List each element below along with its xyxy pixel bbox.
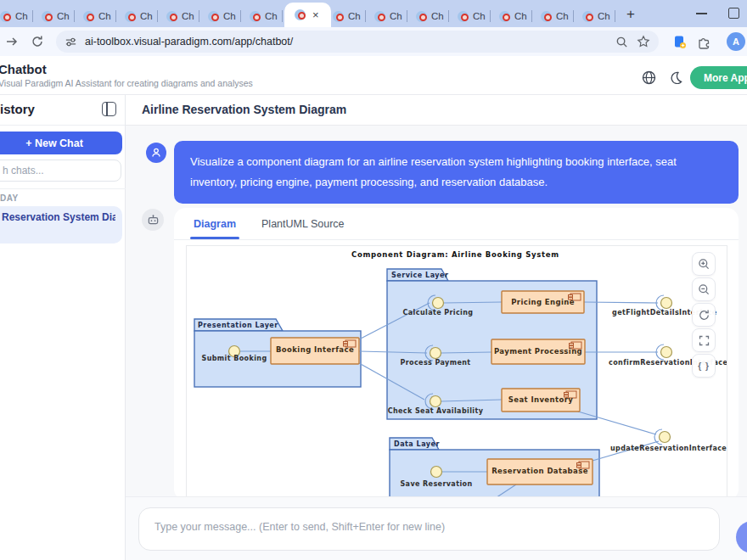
browser-tab-active[interactable]: × xyxy=(284,3,331,27)
tab-label: Ch xyxy=(556,11,569,21)
history-sidebar: istory + New Chat DAY e Reservation Syst… xyxy=(0,95,126,560)
package-service-layer: Service Layer xyxy=(391,272,448,279)
component-diagram-canvas xyxy=(187,246,727,496)
language-globe-icon[interactable] xyxy=(642,70,656,85)
port-calculate-pricing: Calculate Pricing xyxy=(396,309,480,316)
browser-tab[interactable]: Ch xyxy=(532,5,574,27)
browser-tab[interactable]: Ch xyxy=(0,5,33,27)
browser-tab[interactable]: Ch xyxy=(491,5,532,27)
tab-label: Ch xyxy=(348,11,361,21)
view-source-button[interactable]: { } xyxy=(692,354,716,378)
tab-favicon xyxy=(0,11,11,22)
browser-tab[interactable]: Ch xyxy=(158,5,199,27)
chat-history-item[interactable]: e Reservation System Dia... M xyxy=(0,206,122,244)
tab-favicon xyxy=(541,11,552,22)
tab-label: Ch xyxy=(98,11,111,21)
browser-tab[interactable]: Ch xyxy=(574,5,615,27)
browser-tab[interactable]: Ch xyxy=(75,5,116,27)
tab-label: Ch xyxy=(431,11,444,21)
tab-favicon xyxy=(166,11,177,22)
message-input-panel xyxy=(126,496,747,560)
package-presentation-layer: Presentation Layer xyxy=(198,322,278,329)
component-booking-interface: Booking Interface xyxy=(271,345,359,354)
browser-tab[interactable]: Ch xyxy=(449,5,491,27)
tab-plantuml-source[interactable]: PlantUML Source xyxy=(261,208,345,239)
browser-tab[interactable]: Ch xyxy=(116,5,158,27)
reset-view-button[interactable] xyxy=(692,303,716,327)
port-submit-booking: Submit Booking xyxy=(194,355,275,362)
component-pricing-engine: Pricing Engine xyxy=(502,298,584,306)
collapse-sidebar-icon[interactable] xyxy=(102,102,116,116)
zoom-page-icon[interactable] xyxy=(615,36,628,48)
url-text[interactable]: ai-toolbox.visual-paradigm.com/app/chatb… xyxy=(85,36,607,48)
tab-group-left: Ch Ch Ch Ch Ch Ch Ch xyxy=(0,0,283,27)
app-header: Chatbot Visual Paradigm AI Assistant for… xyxy=(0,56,747,95)
zoom-in-button[interactable] xyxy=(692,252,716,276)
chat-item-time: M xyxy=(0,226,115,235)
app-subtitle: Visual Paradigm AI Assistant for creatin… xyxy=(0,78,253,88)
forward-icon[interactable] xyxy=(5,35,19,48)
more-apps-button[interactable]: More Apps xyxy=(690,66,747,89)
component-seat-inventory: Seat Inventory xyxy=(502,395,580,404)
tab-favicon xyxy=(374,11,385,22)
tab-label: Ch xyxy=(182,11,194,21)
message-input[interactable] xyxy=(138,507,720,551)
tab-label: Ch xyxy=(15,11,28,21)
reload-icon[interactable] xyxy=(31,35,44,48)
browser-tab[interactable]: Ch xyxy=(366,5,407,27)
tab-favicon xyxy=(333,11,344,22)
port-save-reservation: Save Reservation xyxy=(394,480,479,488)
history-section-label: DAY xyxy=(0,193,19,203)
bot-avatar xyxy=(142,209,164,231)
user-message-bubble: Visualize a component diagram for an air… xyxy=(174,141,739,204)
save-to-google-icon[interactable] xyxy=(672,35,687,49)
tab-close-icon[interactable]: × xyxy=(312,9,319,20)
address-bar[interactable]: ai-toolbox.visual-paradigm.com/app/chatb… xyxy=(56,31,659,53)
diagram-viewport[interactable]: Component Diagram: Airline Booking Syste… xyxy=(186,245,727,496)
package-data-layer: Data Layer xyxy=(394,440,440,448)
tab-label: Ch xyxy=(223,11,236,21)
search-chats-input[interactable] xyxy=(0,160,121,182)
browser-tab[interactable]: Ch xyxy=(33,5,75,27)
browser-tab[interactable]: Ch xyxy=(199,5,241,27)
user-avatar xyxy=(146,143,166,163)
bookmark-star-icon[interactable] xyxy=(637,35,650,48)
component-payment-processing: Payment Processing xyxy=(491,347,585,356)
tab-favicon xyxy=(458,11,469,22)
chat-item-title: e Reservation System Dia... xyxy=(0,211,115,223)
window-minimize-button[interactable] xyxy=(696,13,707,14)
page-title: Airline Reservation System Diagram xyxy=(142,103,346,116)
tab-favicon xyxy=(416,11,427,22)
browser-tab[interactable]: Ch xyxy=(407,5,449,27)
port-process-payment: Process Payment xyxy=(397,359,474,367)
interface-update-reservation: updateReservationInterface xyxy=(610,445,717,452)
history-title: istory xyxy=(0,102,35,116)
extensions-puzzle-icon[interactable] xyxy=(697,35,711,49)
new-tab-button[interactable]: + xyxy=(621,4,641,25)
browser-toolbar: ai-toolbox.visual-paradigm.com/app/chatb… xyxy=(0,27,747,56)
site-settings-icon[interactable] xyxy=(65,36,77,48)
component-reservation-database: Reservation Database xyxy=(487,467,593,475)
browser-profile-avatar[interactable]: A xyxy=(727,32,745,51)
sidebar-divider xyxy=(0,188,126,189)
send-button[interactable] xyxy=(736,521,747,553)
browser-tab[interactable]: Ch xyxy=(241,5,283,27)
tab-label: Ch xyxy=(265,11,278,21)
browser-tab-bar: Ch Ch Ch Ch Ch Ch Ch × xyxy=(0,0,747,27)
dark-mode-moon-icon[interactable] xyxy=(670,71,682,84)
tab-label: Ch xyxy=(140,11,153,21)
diagram-title: Component Diagram: Airline Booking Syste… xyxy=(351,250,555,259)
tab-label: Ch xyxy=(514,11,527,21)
tab-favicon xyxy=(295,9,306,20)
main-panel: Airline Reservation System Diagram Visua… xyxy=(126,95,747,560)
tab-diagram[interactable]: Diagram xyxy=(194,208,236,239)
tab-favicon xyxy=(208,11,219,22)
sidebar-header: istory xyxy=(0,95,125,126)
zoom-out-button[interactable] xyxy=(692,277,716,301)
fullscreen-button[interactable] xyxy=(692,328,716,352)
window-maximize-button[interactable] xyxy=(728,8,739,19)
new-chat-button[interactable]: + New Chat xyxy=(0,132,122,154)
page-title-bar: Airline Reservation System Diagram xyxy=(126,95,747,126)
tab-favicon xyxy=(125,11,136,22)
app-title: Chatbot xyxy=(0,62,47,76)
